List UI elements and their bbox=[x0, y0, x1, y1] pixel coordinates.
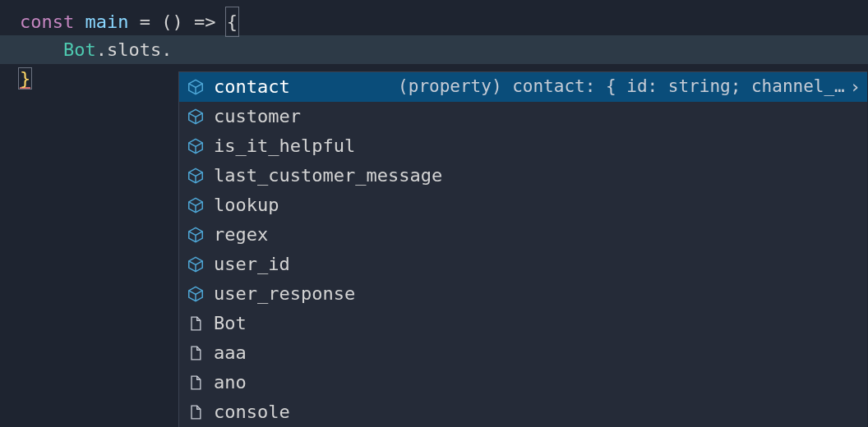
autocomplete-item-regex[interactable]: regex bbox=[179, 220, 867, 250]
autocomplete-item-is_it_helpful[interactable]: is_it_helpful bbox=[179, 131, 867, 161]
autocomplete-detail: (property) contact: { id: string; channe… bbox=[398, 73, 845, 101]
equals: = bbox=[140, 11, 150, 32]
autocomplete-label: aaa bbox=[214, 338, 247, 367]
autocomplete-label: lookup bbox=[214, 191, 279, 219]
ident-bot: Bot bbox=[63, 39, 96, 60]
autocomplete-label: last_customer_message bbox=[214, 161, 442, 190]
property-icon bbox=[186, 284, 205, 304]
ident-slots: slots bbox=[107, 39, 161, 60]
close-brace: } bbox=[20, 71, 30, 89]
autocomplete-label: regex bbox=[214, 220, 268, 249]
code-line-2-current: Bot.slots. bbox=[0, 35, 868, 64]
autocomplete-item-lookup[interactable]: lookup bbox=[179, 191, 867, 220]
autocomplete-item-user_response[interactable]: user_response bbox=[179, 279, 867, 309]
property-icon bbox=[186, 166, 205, 186]
autocomplete-label: is_it_helpful bbox=[214, 131, 355, 160]
autocomplete-item-user_id[interactable]: user_id bbox=[179, 250, 867, 279]
autocomplete-item-Bot[interactable]: Bot bbox=[179, 309, 867, 338]
autocomplete-label: user_id bbox=[214, 250, 290, 278]
keyword-const: const bbox=[20, 11, 74, 32]
dot: . bbox=[96, 39, 107, 60]
autocomplete-item-customer[interactable]: customer bbox=[179, 102, 867, 131]
dot-trigger: . bbox=[161, 39, 172, 60]
autocomplete-label: user_response bbox=[214, 279, 355, 308]
autocomplete-label: customer bbox=[214, 102, 301, 131]
indent bbox=[20, 39, 63, 60]
ident-main: main bbox=[74, 11, 139, 32]
autocomplete-item-console[interactable]: console bbox=[179, 397, 867, 427]
file-icon bbox=[186, 343, 205, 363]
code-line-1: const main = () => { bbox=[20, 7, 868, 35]
autocomplete-item-last_customer_message[interactable]: last_customer_message bbox=[179, 161, 867, 191]
autocomplete-popup[interactable]: contact(property) contact: { id: string;… bbox=[178, 71, 867, 427]
autocomplete-item-aaa[interactable]: aaa bbox=[179, 338, 867, 368]
property-icon bbox=[186, 107, 205, 126]
arrow: => bbox=[194, 11, 216, 32]
autocomplete-item-ano[interactable]: ano bbox=[179, 368, 867, 397]
file-icon bbox=[186, 314, 205, 333]
property-icon bbox=[186, 255, 205, 274]
autocomplete-item-contact[interactable]: contact(property) contact: { id: string;… bbox=[179, 72, 867, 102]
chevron-right-icon[interactable]: › bbox=[850, 72, 861, 101]
open-brace: { bbox=[225, 7, 239, 37]
property-icon bbox=[186, 77, 205, 97]
autocomplete-label: contact bbox=[214, 72, 290, 101]
property-icon bbox=[186, 195, 205, 215]
autocomplete-label: console bbox=[214, 397, 290, 426]
autocomplete-label: ano bbox=[214, 368, 247, 397]
close-brace-highlight: } bbox=[18, 67, 32, 90]
file-icon bbox=[186, 373, 205, 393]
property-icon bbox=[186, 225, 205, 245]
property-icon bbox=[186, 136, 205, 156]
file-icon bbox=[186, 402, 205, 422]
autocomplete-label: Bot bbox=[214, 309, 247, 337]
params: () bbox=[150, 11, 194, 32]
